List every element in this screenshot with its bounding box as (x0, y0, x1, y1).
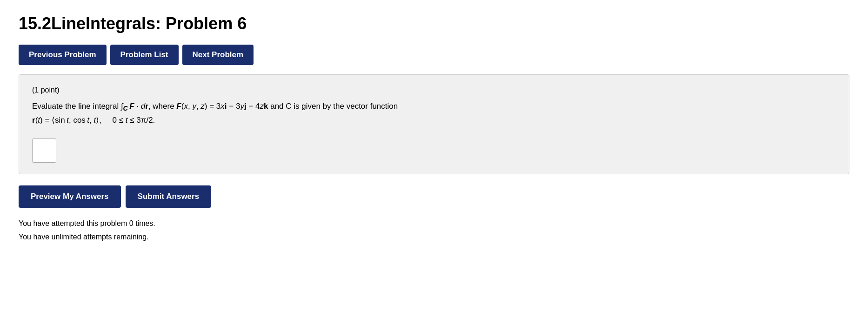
problem-statement: Evaluate the line integral ∫C F · dr, wh… (32, 100, 836, 127)
preview-answers-button[interactable]: Preview My Answers (19, 185, 121, 208)
attempt-info: You have attempted this problem 0 times.… (19, 217, 849, 244)
next-problem-button[interactable]: Next Problem (182, 45, 254, 65)
submit-answers-button[interactable]: Submit Answers (126, 185, 212, 208)
previous-problem-button[interactable]: Previous Problem (19, 45, 107, 65)
page-title: 15.2LineIntegrals: Problem 6 (19, 14, 849, 33)
action-buttons: Preview My Answers Submit Answers (19, 185, 849, 208)
problem-where: where (153, 102, 176, 111)
curve-description: and C is given by the vector function (270, 102, 398, 111)
problem-description-prefix: Evaluate the line integral (32, 102, 121, 111)
problem-list-button[interactable]: Problem List (110, 45, 179, 65)
field-function: F(x, y, z) = 3xi − 3yj − 4zk (176, 102, 270, 111)
problem-box: (1 point) Evaluate the line integral ∫C … (19, 74, 849, 174)
vector-function: r(t) = ⟨sin t, cos t, t⟩, 0 ≤ t ≤ 3π/2. (32, 116, 155, 125)
problem-points: (1 point) (32, 86, 836, 94)
integral-expression: ∫C F · dr, (121, 102, 153, 111)
answer-input[interactable] (32, 139, 56, 163)
nav-buttons: Previous Problem Problem List Next Probl… (19, 45, 849, 65)
attempts-line2: You have unlimited attempts remaining. (19, 231, 849, 244)
attempts-line1: You have attempted this problem 0 times. (19, 217, 849, 231)
